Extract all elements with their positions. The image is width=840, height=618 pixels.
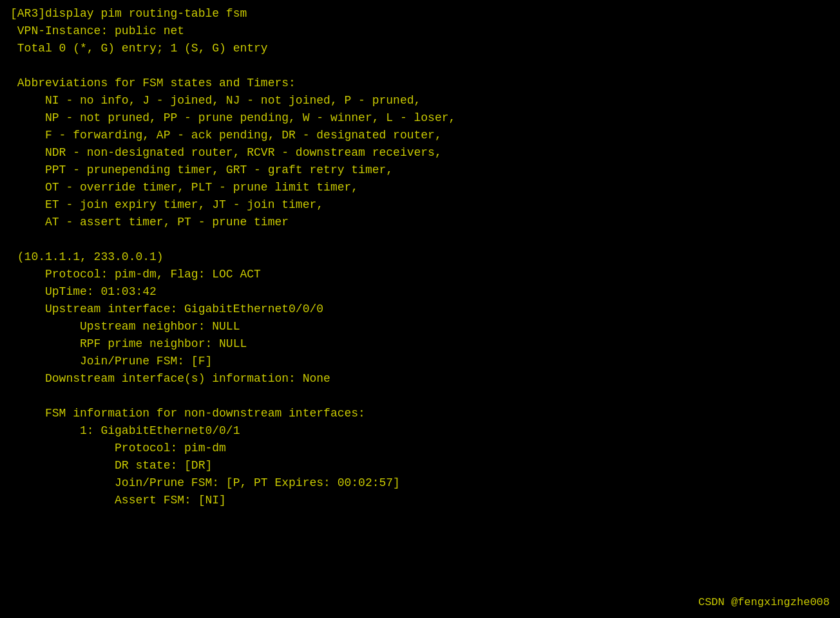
terminal-line: RPF prime neighbor: NULL <box>10 335 830 353</box>
terminal-line: Join/Prune FSM: [F] <box>10 353 830 370</box>
terminal-line: NP - not pruned, PP - prune pending, W -… <box>10 109 830 127</box>
terminal-line: Upstream neighbor: NULL <box>10 318 830 335</box>
terminal-line: OT - override timer, PLT - prune limit t… <box>10 179 830 196</box>
watermark: CSDN @fengxingzhe008 <box>698 594 830 611</box>
terminal-line <box>10 231 830 248</box>
terminal-line: ET - join expiry timer, JT - join timer, <box>10 196 830 214</box>
terminal-line: DR state: [DR] <box>10 457 830 474</box>
terminal-output: [AR3]display pim routing-table fsm VPN-I… <box>10 5 830 509</box>
terminal-line: Protocol: pim-dm <box>10 440 830 457</box>
terminal-line: NDR - non-designated router, RCVR - down… <box>10 144 830 162</box>
terminal-line: VPN-Instance: public net <box>10 23 830 40</box>
terminal-line: FSM information for non-downstream inter… <box>10 405 830 422</box>
terminal-line: Upstream interface: GigabitEthernet0/0/0 <box>10 301 830 318</box>
terminal-line: 1: GigabitEthernet0/0/1 <box>10 422 830 440</box>
terminal-line: Join/Prune FSM: [P, PT Expires: 00:02:57… <box>10 474 830 492</box>
terminal-line: Protocol: pim-dm, Flag: LOC ACT <box>10 266 830 283</box>
terminal-line: Abbreviations for FSM states and Timers: <box>10 75 830 92</box>
terminal-line: PPT - prunepending timer, GRT - graft re… <box>10 162 830 179</box>
terminal-line: NI - no info, J - joined, NJ - not joine… <box>10 92 830 109</box>
terminal-line: (10.1.1.1, 233.0.0.1) <box>10 248 830 266</box>
terminal-line <box>10 57 830 75</box>
terminal-line <box>10 388 830 405</box>
terminal-line: AT - assert timer, PT - prune timer <box>10 214 830 231</box>
terminal-line: Downstream interface(s) information: Non… <box>10 370 830 388</box>
terminal-window: [AR3]display pim routing-table fsm VPN-I… <box>0 0 840 618</box>
terminal-line: UpTime: 01:03:42 <box>10 283 830 301</box>
terminal-line: F - forwarding, AP - ack pending, DR - d… <box>10 127 830 144</box>
terminal-line: Total 0 (*, G) entry; 1 (S, G) entry <box>10 40 830 57</box>
terminal-line: [AR3]display pim routing-table fsm <box>10 5 830 23</box>
terminal-line: Assert FSM: [NI] <box>10 492 830 509</box>
